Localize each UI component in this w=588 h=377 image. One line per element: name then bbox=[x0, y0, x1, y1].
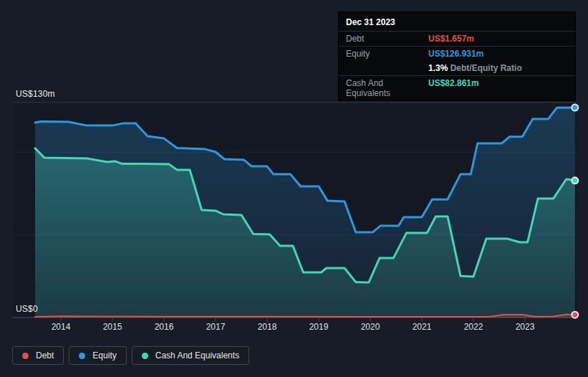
tooltip-debt-value: US$1.657m bbox=[428, 32, 474, 46]
tooltip-cash-label: Cash And Equivalents bbox=[339, 76, 428, 100]
tooltip-ratio-row: 1.3% Debt/Equity Ratio bbox=[339, 61, 575, 75]
legend: Debt Equity Cash And Equivalents bbox=[12, 346, 249, 365]
tooltip-ratio-spacer bbox=[339, 67, 428, 71]
tooltip-ratio-pct: 1.3% bbox=[428, 63, 448, 73]
tooltip-cash-value: US$82.861m bbox=[428, 76, 479, 90]
y-axis-label-zero: US$0 bbox=[16, 304, 38, 314]
legend-item-equity[interactable]: Equity bbox=[69, 346, 126, 365]
debt-dot-icon bbox=[22, 353, 29, 359]
cash-dot-icon bbox=[142, 353, 148, 359]
tooltip-debt-label: Debt bbox=[339, 32, 428, 46]
legend-label-cash: Cash And Equivalents bbox=[155, 350, 239, 361]
tooltip-cash-row: Cash And Equivalents US$82.861m bbox=[339, 75, 575, 100]
tooltip-debt-row: Debt US$1.657m bbox=[339, 31, 575, 46]
debt-end-dot[interactable] bbox=[572, 312, 578, 318]
legend-label-debt: Debt bbox=[36, 350, 54, 361]
chart-tooltip: Dec 31 2023 Debt US$1.657m Equity US$126… bbox=[339, 12, 575, 100]
cash-and-equivalents-end-dot[interactable] bbox=[572, 177, 578, 183]
legend-item-debt[interactable]: Debt bbox=[12, 346, 64, 365]
tooltip-equity-label: Equity bbox=[339, 47, 428, 61]
tooltip-ratio-label: Debt/Equity Ratio bbox=[450, 63, 522, 73]
legend-item-cash[interactable]: Cash And Equivalents bbox=[132, 346, 249, 365]
page: US$130m US$0 201420152016201720182019202… bbox=[0, 0, 588, 377]
y-axis-label-max: US$130m bbox=[16, 89, 55, 99]
tooltip-ratio-value: 1.3% Debt/Equity Ratio bbox=[428, 61, 522, 75]
tooltip-date: Dec 31 2023 bbox=[339, 12, 575, 31]
equity-end-dot[interactable] bbox=[572, 105, 578, 111]
equity-dot-icon bbox=[79, 353, 85, 359]
tooltip-equity-value: US$126.931m bbox=[428, 47, 483, 61]
tooltip-equity-row: Equity US$126.931m bbox=[339, 46, 575, 61]
legend-label-equity: Equity bbox=[92, 350, 116, 361]
